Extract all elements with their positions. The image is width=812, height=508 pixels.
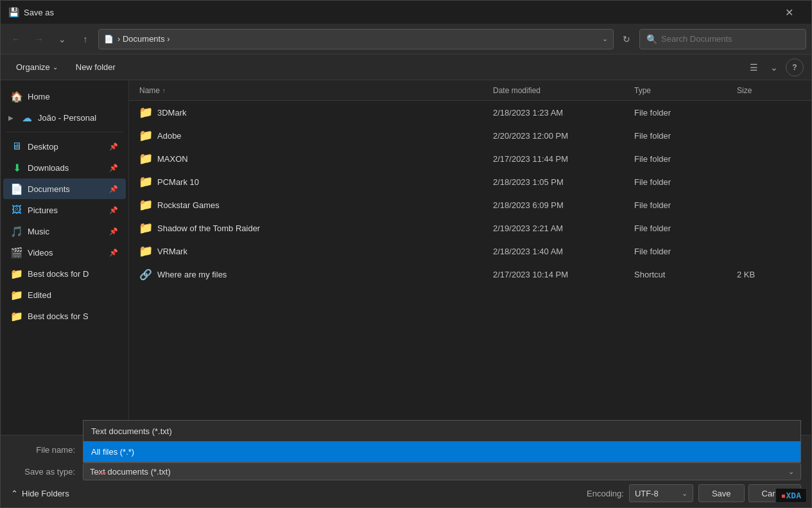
save-as-type-dropdown-menu: Text documents (*.txt) All files (*.*): [83, 420, 801, 462]
file-item-vrmark[interactable]: 📁 VRMark 2/18/2023 1:40 AM File folder: [129, 240, 811, 263]
file-item-pcmark[interactable]: 📁 PCMark 10 2/18/2023 1:05 PM File folde…: [129, 170, 811, 193]
refresh-button[interactable]: ↻: [616, 29, 637, 49]
dropdown-option-all[interactable]: All files (*.*): [83, 441, 800, 462]
date-where: 2/17/2023 10:14 PM: [493, 270, 634, 279]
action-buttons-row: ⌃ Hide Folders Encoding: UTF-8 ⌄ Save Ca…: [11, 484, 801, 502]
date-shadow: 2/19/2023 2:21 AM: [493, 223, 634, 233]
date-rockstar: 2/18/2023 6:09 PM: [493, 200, 634, 210]
sidebar-item-home[interactable]: 🏠 Home: [3, 86, 126, 107]
folder-d-icon: 📁: [11, 268, 22, 279]
close-button[interactable]: ✕: [774, 1, 804, 24]
file-item-rockstar[interactable]: 📁 Rockstar Games 2/18/2023 6:09 PM File …: [129, 193, 811, 216]
col-header-date[interactable]: Date modified: [493, 86, 634, 95]
folder-icon-maxon: 📁: [139, 152, 152, 165]
col-header-type[interactable]: Type: [634, 86, 737, 95]
sidebar-item-documents[interactable]: 📄 Documents 📌: [3, 179, 126, 199]
sidebar-item-joao[interactable]: ▶ ☁ João - Personal: [3, 107, 126, 128]
type-where: Shortcut: [634, 270, 737, 279]
save-as-dialog: 💾 Save as ✕ ← → ⌄ ↑ 📄 › Documents › ⌄ ↻ …: [0, 0, 812, 508]
search-icon: 🔍: [646, 34, 657, 44]
encoding-combo[interactable]: UTF-8 ⌄: [629, 484, 693, 502]
sidebar-item-downloads[interactable]: ⬇ Downloads 📌: [3, 157, 126, 178]
sidebar-item-best-docks-s[interactable]: 📁 Best docks for S: [3, 306, 126, 326]
encoding-label: Encoding:: [587, 489, 624, 498]
cloud-icon: ☁: [21, 112, 33, 123]
videos-pin-icon: 📌: [109, 249, 118, 257]
save-as-type-combo[interactable]: Text documents (*.txt) ⌄: [83, 462, 801, 480]
file-name-shadow: 📁 Shadow of the Tomb Raider: [139, 222, 493, 234]
search-box[interactable]: 🔍: [639, 29, 806, 49]
date-adobe: 2/20/2023 12:00 PM: [493, 131, 634, 141]
dropdown-button[interactable]: ⌄: [52, 29, 73, 49]
encoding-area: Encoding: UTF-8 ⌄ Save Cancel: [587, 484, 801, 502]
title-bar-icon: 💾: [8, 7, 19, 17]
name-sort-icon: ↑: [162, 87, 166, 94]
col-header-size[interactable]: Size: [737, 86, 801, 95]
type-pcmark: File folder: [634, 177, 737, 187]
dropdown-option-txt[interactable]: Text documents (*.txt): [83, 421, 800, 441]
type-adobe: File folder: [634, 131, 737, 141]
title-bar-text: Save as: [24, 8, 769, 17]
folder-s-icon: 📁: [11, 310, 22, 322]
file-item-3dmark[interactable]: 📁 3DMark 2/18/2023 1:23 AM File folder: [129, 101, 811, 124]
address-bar-folder-icon: 📄: [104, 35, 114, 44]
file-item-where[interactable]: 🔗 Where are my files 2/17/2023 10:14 PM …: [129, 263, 811, 286]
search-input[interactable]: [661, 34, 799, 44]
address-chevron-icon[interactable]: ⌄: [602, 35, 608, 43]
file-name-vrmark: 📁 VRMark: [139, 245, 493, 258]
desktop-icon: 🖥: [11, 141, 22, 152]
new-folder-button[interactable]: New folder: [68, 58, 123, 76]
file-name-where: 🔗 Where are my files: [139, 268, 493, 281]
xda-text: XDA: [786, 491, 801, 500]
file-item-shadow[interactable]: 📁 Shadow of the Tomb Raider 2/19/2023 2:…: [129, 216, 811, 240]
music-pin-icon: 📌: [109, 227, 118, 236]
bottom-bar: File name: ⌄ Save as type: Text document…: [1, 435, 811, 507]
sidebar: 🏠 Home ▶ ☁ João - Personal 🖥 Desktop 📌 ⬇…: [1, 80, 129, 435]
xda-bracket-left: ▪: [781, 491, 786, 500]
back-button[interactable]: ←: [6, 29, 26, 49]
view-toggle-button[interactable]: ☰: [745, 58, 763, 76]
file-item-maxon[interactable]: 📁 MAXON 2/17/2023 11:44 PM File folder: [129, 147, 811, 170]
file-name-adobe: 📁 Adobe: [139, 129, 493, 142]
help-button[interactable]: ?: [786, 58, 804, 76]
address-bar[interactable]: 📄 › Documents › ⌄: [98, 29, 614, 49]
shortcut-icon-where: 🔗: [139, 268, 152, 281]
file-name-3dmark: 📁 3DMark: [139, 106, 493, 119]
file-name-maxon: 📁 MAXON: [139, 152, 493, 165]
sidebar-item-music[interactable]: 🎵 Music 📌: [3, 221, 126, 241]
hide-folders-button[interactable]: ⌃ Hide Folders: [11, 489, 69, 498]
videos-icon: 🎬: [11, 247, 22, 258]
sidebar-item-desktop[interactable]: 🖥 Desktop 📌: [3, 136, 126, 157]
size-where: 2 KB: [737, 270, 801, 279]
action-bar-right: ☰ ⌄ ?: [745, 58, 804, 76]
folder-icon-shadow: 📁: [139, 222, 152, 234]
file-list-area: Name ↑ Date modified Type Size 📁 3DMark: [129, 80, 811, 435]
toolbar: ← → ⌄ ↑ 📄 › Documents › ⌄ ↻ 🔍: [1, 24, 811, 55]
type-maxon: File folder: [634, 154, 737, 164]
save-as-type-label: Save as type:: [11, 467, 75, 477]
type-rockstar: File folder: [634, 200, 737, 210]
organize-chevron-icon: ⌄: [53, 64, 58, 71]
sidebar-item-pictures[interactable]: 🖼 Pictures 📌: [3, 200, 126, 220]
view-dropdown-button[interactable]: ⌄: [765, 58, 783, 76]
xda-watermark: ▪ XDA: [775, 488, 807, 503]
home-icon: 🏠: [11, 91, 22, 102]
forward-button[interactable]: →: [29, 29, 49, 49]
date-3dmark: 2/18/2023 1:23 AM: [493, 108, 634, 118]
organize-button[interactable]: Organize ⌄: [8, 58, 65, 76]
sidebar-item-videos[interactable]: 🎬 Videos 📌: [3, 242, 126, 263]
date-maxon: 2/17/2023 11:44 PM: [493, 154, 634, 164]
expand-arrow-icon: ▶: [8, 114, 16, 121]
save-as-type-arrow-icon: ⌄: [788, 468, 794, 476]
sidebar-divider-1: [6, 132, 123, 132]
save-button[interactable]: Save: [698, 484, 745, 502]
file-item-adobe[interactable]: 📁 Adobe 2/20/2023 12:00 PM File folder: [129, 124, 811, 147]
pictures-icon: 🖼: [11, 204, 22, 216]
type-vrmark: File folder: [634, 247, 737, 256]
sidebar-item-edited[interactable]: 📁 Edited: [3, 285, 126, 305]
folder-icon-rockstar: 📁: [139, 198, 152, 211]
sidebar-item-best-docks-d[interactable]: 📁 Best docks for D: [3, 263, 126, 284]
up-button[interactable]: ↑: [75, 29, 96, 49]
col-header-name[interactable]: Name ↑: [139, 86, 493, 95]
folder-icon-pcmark: 📁: [139, 175, 152, 188]
